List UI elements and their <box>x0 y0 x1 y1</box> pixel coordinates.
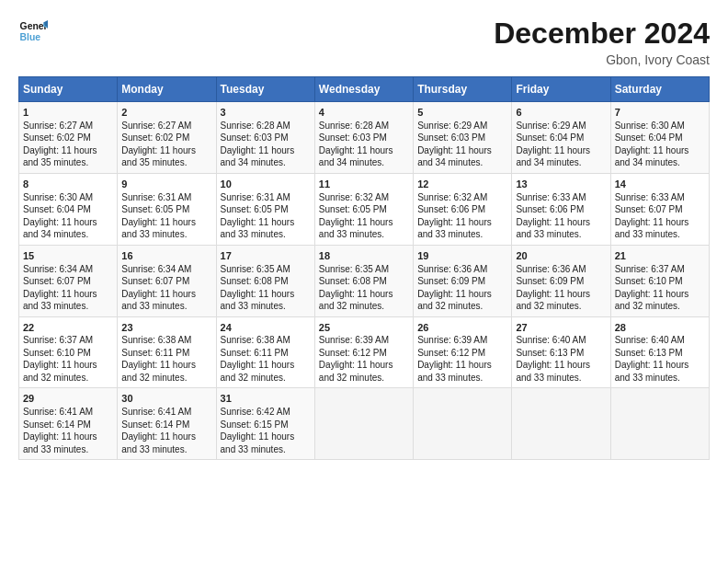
col-friday: Friday <box>512 77 610 102</box>
col-sunday: Sunday <box>19 77 118 102</box>
logo: General Blue <box>18 17 48 46</box>
main-title: December 2024 <box>494 17 710 51</box>
page: General Blue December 2024 Gbon, Ivory C… <box>0 0 728 563</box>
day-cell: 5Sunrise: 6:29 AMSunset: 6:03 PMDaylight… <box>414 102 512 174</box>
svg-text:Blue: Blue <box>20 32 41 42</box>
calendar-table: Sunday Monday Tuesday Wednesday Thursday… <box>18 76 710 460</box>
day-cell: 9Sunrise: 6:31 AMSunset: 6:05 PMDaylight… <box>118 173 216 245</box>
day-cell: 26Sunrise: 6:39 AMSunset: 6:12 PMDayligh… <box>414 316 512 388</box>
col-thursday: Thursday <box>414 77 512 102</box>
day-cell: 11Sunrise: 6:32 AMSunset: 6:05 PMDayligh… <box>314 173 413 245</box>
week-row-4: 22Sunrise: 6:37 AMSunset: 6:10 PMDayligh… <box>19 316 710 388</box>
day-cell: 7Sunrise: 6:30 AMSunset: 6:04 PMDaylight… <box>610 102 709 174</box>
day-cell: 29Sunrise: 6:41 AMSunset: 6:14 PMDayligh… <box>19 388 118 460</box>
day-cell: 25Sunrise: 6:39 AMSunset: 6:12 PMDayligh… <box>314 316 413 388</box>
subtitle: Gbon, Ivory Coast <box>494 52 710 67</box>
day-cell <box>314 388 413 460</box>
day-cell: 17Sunrise: 6:35 AMSunset: 6:08 PMDayligh… <box>216 245 314 316</box>
col-saturday: Saturday <box>610 77 709 102</box>
day-cell: 19Sunrise: 6:36 AMSunset: 6:09 PMDayligh… <box>414 245 512 316</box>
day-cell <box>512 388 610 460</box>
day-cell: 14Sunrise: 6:33 AMSunset: 6:07 PMDayligh… <box>610 173 709 245</box>
week-row-1: 1Sunrise: 6:27 AMSunset: 6:02 PMDaylight… <box>19 102 710 174</box>
day-cell: 3Sunrise: 6:28 AMSunset: 6:03 PMDaylight… <box>216 102 314 174</box>
day-cell: 28Sunrise: 6:40 AMSunset: 6:13 PMDayligh… <box>610 316 709 388</box>
col-tuesday: Tuesday <box>216 77 314 102</box>
week-row-3: 15Sunrise: 6:34 AMSunset: 6:07 PMDayligh… <box>19 245 710 316</box>
day-cell: 31Sunrise: 6:42 AMSunset: 6:15 PMDayligh… <box>216 388 314 460</box>
title-block: December 2024 Gbon, Ivory Coast <box>494 17 710 67</box>
day-cell: 27Sunrise: 6:40 AMSunset: 6:13 PMDayligh… <box>512 316 610 388</box>
day-cell: 12Sunrise: 6:32 AMSunset: 6:06 PMDayligh… <box>414 173 512 245</box>
day-cell: 8Sunrise: 6:30 AMSunset: 6:04 PMDaylight… <box>19 173 118 245</box>
day-cell: 4Sunrise: 6:28 AMSunset: 6:03 PMDaylight… <box>314 102 413 174</box>
day-cell: 16Sunrise: 6:34 AMSunset: 6:07 PMDayligh… <box>118 245 216 316</box>
day-cell <box>414 388 512 460</box>
week-row-5: 29Sunrise: 6:41 AMSunset: 6:14 PMDayligh… <box>19 388 710 460</box>
col-wednesday: Wednesday <box>314 77 413 102</box>
day-cell: 22Sunrise: 6:37 AMSunset: 6:10 PMDayligh… <box>19 316 118 388</box>
day-cell: 1Sunrise: 6:27 AMSunset: 6:02 PMDaylight… <box>19 102 118 174</box>
header: General Blue December 2024 Gbon, Ivory C… <box>18 17 710 67</box>
day-cell: 18Sunrise: 6:35 AMSunset: 6:08 PMDayligh… <box>314 245 413 316</box>
day-cell: 24Sunrise: 6:38 AMSunset: 6:11 PMDayligh… <box>216 316 314 388</box>
day-cell: 6Sunrise: 6:29 AMSunset: 6:04 PMDaylight… <box>512 102 610 174</box>
header-row: Sunday Monday Tuesday Wednesday Thursday… <box>19 77 710 102</box>
col-monday: Monday <box>118 77 216 102</box>
day-cell: 21Sunrise: 6:37 AMSunset: 6:10 PMDayligh… <box>610 245 709 316</box>
day-cell: 15Sunrise: 6:34 AMSunset: 6:07 PMDayligh… <box>19 245 118 316</box>
day-cell: 20Sunrise: 6:36 AMSunset: 6:09 PMDayligh… <box>512 245 610 316</box>
day-cell: 23Sunrise: 6:38 AMSunset: 6:11 PMDayligh… <box>118 316 216 388</box>
day-cell <box>610 388 709 460</box>
week-row-2: 8Sunrise: 6:30 AMSunset: 6:04 PMDaylight… <box>19 173 710 245</box>
logo-icon: General Blue <box>18 17 48 46</box>
day-cell: 10Sunrise: 6:31 AMSunset: 6:05 PMDayligh… <box>216 173 314 245</box>
day-cell: 2Sunrise: 6:27 AMSunset: 6:02 PMDaylight… <box>118 102 216 174</box>
day-cell: 13Sunrise: 6:33 AMSunset: 6:06 PMDayligh… <box>512 173 610 245</box>
day-cell: 30Sunrise: 6:41 AMSunset: 6:14 PMDayligh… <box>118 388 216 460</box>
